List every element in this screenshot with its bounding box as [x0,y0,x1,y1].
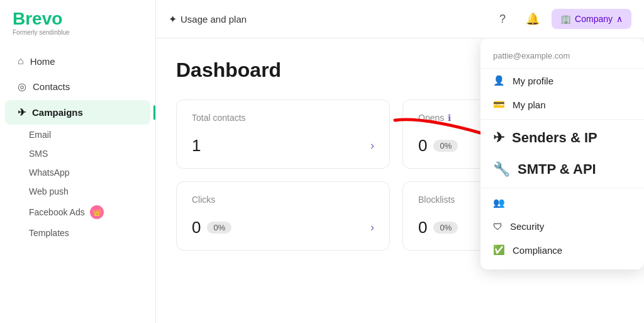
usage-icon: ✦ [169,13,177,25]
content-area: Dashboard Total contacts 1 › Opens ℹ [156,38,644,323]
subnav-templates[interactable]: Templates [29,224,155,242]
subnav-facebook[interactable]: Facebook Ads 👑 [29,201,155,224]
company-label: Company [575,14,613,24]
usage-label: Usage and plan [180,14,247,25]
total-contacts-number: 1 [192,136,201,156]
stat-label-total-contacts: Total contacts [192,113,374,123]
security-label: Security [510,221,544,232]
clicks-arrow[interactable]: › [370,221,374,234]
check-circle-icon: ✅ [493,244,505,256]
subnav-webpush-label: Web push [29,186,69,196]
dropdown-smtp-api[interactable]: 🔧 SMTP & API [480,154,644,185]
notifications-button[interactable]: 🔔 [521,8,544,30]
subnav-email[interactable]: Email [29,125,155,144]
subnav-webpush[interactable]: Web push [29,182,155,201]
campaigns-subnav: Email SMS WhatsApp Web push Facebook Ads… [0,125,155,242]
total-contacts-text: Total contacts [192,113,246,123]
opens-text: Opens [418,113,444,123]
dropdown-divider-1 [480,119,644,120]
company-button[interactable]: 🏢 Company ∧ [552,9,631,29]
clicks-badge: 0% [207,222,231,234]
sidebar: Brevo Formerly sendinblue ⌂ Home ◎ Conta… [0,0,156,323]
subnav-facebook-label: Facebook Ads [29,207,85,217]
company-dropdown: pattie@example.com 👤 My profile 💳 My pla… [480,38,644,269]
sidebar-item-contacts[interactable]: ◎ Contacts [5,74,150,99]
logo-subtitle: Formerly sendinblue [13,29,143,36]
sidebar-item-campaigns-label: Campaigns [32,107,83,118]
stat-card-clicks: Clicks 0 0% › [176,181,390,251]
clicks-text: Clicks [192,195,215,205]
users-icon: 👥 [493,197,505,208]
stat-value-clicks: 0 0% › [192,218,374,237]
subnav-email-label: Email [29,130,51,140]
blocklists-badge: 0% [433,222,458,234]
send-icon: ✈ [493,130,504,146]
help-button[interactable]: ? [491,8,514,30]
bell-icon: 🔔 [526,12,540,26]
crown-badge: 👑 [90,205,104,219]
wrench-icon: 🔧 [493,161,510,178]
senders-ip-label: Senders & IP [512,130,597,146]
opens-info-icon[interactable]: ℹ [448,113,451,123]
subnav-sms[interactable]: SMS [29,144,155,163]
header: ✦ Usage and plan ? 🔔 🏢 Company ∧ [156,0,644,38]
sidebar-item-home[interactable]: ⌂ Home [5,49,150,73]
my-plan-label: My plan [513,99,546,110]
dropdown-my-profile[interactable]: 👤 My profile [480,69,644,93]
stat-label-clicks: Clicks [192,195,374,205]
main-area: ✦ Usage and plan ? 🔔 🏢 Company ∧ Dashboa… [156,0,644,323]
opens-badge: 0% [433,140,458,152]
company-building-icon: 🏢 [560,14,571,24]
dropdown-senders-ip[interactable]: ✈ Senders & IP [480,122,644,154]
stat-value-total-contacts: 1 › [192,136,374,156]
dropdown-my-plan[interactable]: 💳 My plan [480,93,644,116]
smtp-api-label: SMTP & API [518,161,596,178]
person-icon: 👤 [493,75,505,86]
blocklists-number: 0 [418,218,427,237]
clicks-number: 0 [192,218,201,237]
sidebar-item-home-label: Home [30,56,55,67]
logo-brevo: Brevo [13,10,143,28]
dropdown-divider-2 [480,188,644,188]
subnav-sms-label: SMS [29,149,48,159]
dropdown-email: pattie@example.com [480,46,644,69]
campaigns-icon: ✈ [18,106,26,118]
contacts-icon: ◎ [18,81,26,93]
dropdown-users[interactable]: 👥 [480,191,644,215]
subnav-whatsapp[interactable]: WhatsApp [29,163,155,182]
subnav-templates-label: Templates [29,228,69,238]
sidebar-item-contacts-label: Contacts [33,81,70,92]
home-icon: ⌂ [18,55,24,67]
my-profile-label: My profile [513,76,553,86]
subnav-whatsapp-label: WhatsApp [29,167,70,178]
usage-and-plan[interactable]: ✦ Usage and plan [169,13,247,25]
dropdown-compliance[interactable]: ✅ Compliance [480,238,644,262]
card-icon: 💳 [493,99,505,110]
stat-card-total-contacts: Total contacts 1 › [176,99,390,169]
compliance-label: Compliance [513,245,562,256]
opens-number: 0 [418,136,427,156]
blocklists-text: Blocklists [418,195,455,205]
help-icon: ? [499,13,506,26]
chevron-up-icon: ∧ [616,14,623,24]
logo-area: Brevo Formerly sendinblue [0,10,155,48]
shield-icon: 🛡 [493,221,502,232]
total-contacts-arrow[interactable]: › [370,139,374,152]
sidebar-item-campaigns[interactable]: ✈ Campaigns [5,100,150,125]
dropdown-security[interactable]: 🛡 Security [480,215,644,238]
